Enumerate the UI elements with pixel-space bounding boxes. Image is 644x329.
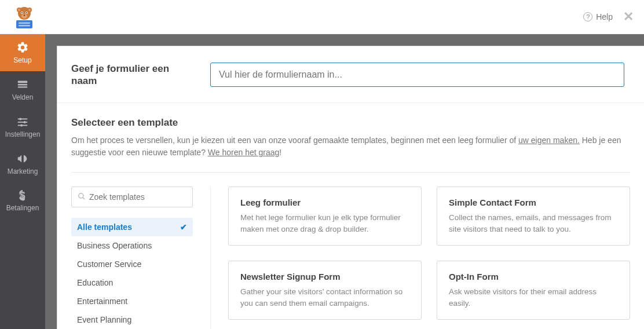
template-card[interactable]: Newsletter Signup Form Gather your site … xyxy=(228,261,422,320)
nav-label: Instellingen xyxy=(5,130,41,138)
make-your-own-link[interactable]: uw eigen maken. xyxy=(518,136,580,145)
template-title: Newsletter Signup Form xyxy=(240,272,409,282)
svg-line-25 xyxy=(83,197,85,199)
desc-text: ! xyxy=(279,148,281,157)
check-icon: ✔ xyxy=(180,222,187,232)
category-item[interactable]: Education ✔ xyxy=(71,273,193,292)
help-icon: ? xyxy=(583,12,592,21)
template-desc: Gather your site visitors' contact infor… xyxy=(240,286,409,309)
template-desc: Met het lege formulier kun je elk type f… xyxy=(240,212,409,235)
template-card[interactable]: Simple Contact Form Collect the names, e… xyxy=(437,187,630,246)
category-list: Alle templates ✔ Business Operations ✔ C… xyxy=(71,218,193,329)
template-grid: Leeg formulier Met het lege formulier ku… xyxy=(210,187,630,329)
template-section-desc: Om het proces te versnellen, kun je kiez… xyxy=(71,134,627,159)
template-card[interactable]: Opt-In Form Ask website visitors for the… xyxy=(437,261,630,320)
feedback-link[interactable]: We horen het graag xyxy=(208,148,280,157)
svg-point-3 xyxy=(18,9,20,11)
nav-label: Setup xyxy=(13,56,31,64)
svg-rect-13 xyxy=(19,25,30,27)
svg-point-18 xyxy=(19,118,21,120)
template-title: Opt-In Form xyxy=(449,272,618,282)
category-label: Business Operations xyxy=(77,241,152,250)
sidebar: Setup Velden Instellingen Marketing xyxy=(0,34,45,329)
category-item[interactable]: Alle templates ✔ xyxy=(71,218,193,236)
nav-betalingen[interactable]: $ Betalingen xyxy=(0,182,45,220)
svg-rect-11 xyxy=(16,20,32,28)
nav-marketing[interactable]: Marketing xyxy=(0,145,45,182)
template-card[interactable]: Leeg formulier Met het lege formulier ku… xyxy=(228,187,422,246)
svg-point-8 xyxy=(26,12,27,13)
svg-point-10 xyxy=(24,14,25,16)
topbar: ? Help ✕ xyxy=(0,0,644,34)
template-section-title: Selecteer een template xyxy=(71,117,630,129)
category-item[interactable]: Entertainment ✔ xyxy=(71,292,193,310)
dollar-icon: $ xyxy=(17,190,28,202)
svg-point-20 xyxy=(24,121,26,123)
svg-point-22 xyxy=(20,125,23,127)
form-name-input[interactable] xyxy=(210,63,624,87)
close-button[interactable]: ✕ xyxy=(623,9,634,24)
svg-rect-14 xyxy=(18,81,28,83)
category-item[interactable]: Business Operations ✔ xyxy=(71,236,193,255)
category-label: Entertainment xyxy=(77,297,127,306)
gear-icon xyxy=(16,41,29,54)
app-logo xyxy=(10,4,38,30)
svg-rect-17 xyxy=(18,119,28,120)
svg-point-6 xyxy=(21,12,23,13)
category-label: Event Planning xyxy=(77,315,131,324)
category-label: Alle templates xyxy=(77,222,132,232)
megaphone-icon xyxy=(16,152,29,165)
template-desc: Collect the names, emails, and messages … xyxy=(449,212,618,235)
help-link[interactable]: ? Help xyxy=(583,12,613,21)
search-icon xyxy=(78,192,86,202)
nav-instellingen[interactable]: Instellingen xyxy=(0,108,45,145)
template-desc: Ask website visitors for their email add… xyxy=(449,286,618,309)
nav-label: Velden xyxy=(12,93,34,101)
nav-velden[interactable]: Velden xyxy=(0,71,45,108)
nav-setup[interactable]: Setup xyxy=(0,34,45,71)
category-label: Customer Service xyxy=(77,259,141,269)
nav-label: Marketing xyxy=(8,167,38,176)
panel: Geef je formulier een naam Selecteer een… xyxy=(57,46,644,329)
svg-text:$: $ xyxy=(20,190,25,201)
desc-text: Om het proces te versnellen, kun je kiez… xyxy=(71,136,518,145)
template-search[interactable] xyxy=(71,187,193,207)
nav-label: Betalingen xyxy=(6,204,39,212)
svg-rect-15 xyxy=(18,84,28,85)
category-item[interactable]: Event Planning ✔ xyxy=(71,310,193,329)
header-row: Geef je formulier een naam xyxy=(57,46,644,103)
category-column: Alle templates ✔ Business Operations ✔ C… xyxy=(71,187,193,329)
svg-rect-19 xyxy=(18,122,28,123)
svg-point-4 xyxy=(28,9,31,11)
svg-point-9 xyxy=(21,14,27,19)
category-item[interactable]: Customer Service ✔ xyxy=(71,255,193,273)
template-title: Simple Contact Form xyxy=(449,198,618,207)
main-frame: Geef je formulier een naam Selecteer een… xyxy=(45,34,644,329)
svg-rect-12 xyxy=(19,23,30,24)
template-title: Leeg formulier xyxy=(240,198,409,207)
category-label: Education xyxy=(77,278,113,287)
help-label: Help xyxy=(596,12,613,21)
template-search-input[interactable] xyxy=(89,192,191,202)
svg-point-24 xyxy=(79,193,83,198)
form-name-label: Geef je formulier een naam xyxy=(71,63,187,87)
template-section: Selecteer een template Om het proces te … xyxy=(57,103,644,173)
svg-rect-16 xyxy=(18,86,28,87)
content-row: Alle templates ✔ Business Operations ✔ C… xyxy=(57,173,644,329)
form-icon xyxy=(16,78,29,91)
sliders-icon xyxy=(16,115,29,128)
